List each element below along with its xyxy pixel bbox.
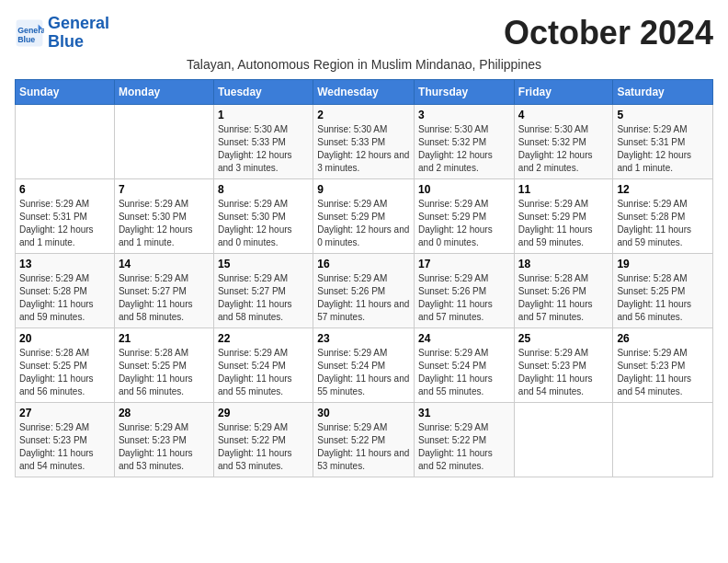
day-info: Sunrise: 5:28 AM Sunset: 5:26 PM Dayligh… [518,272,609,324]
calendar-cell: 15Sunrise: 5:29 AM Sunset: 5:27 PM Dayli… [213,253,313,327]
calendar-cell: 4Sunrise: 5:30 AM Sunset: 5:32 PM Daylig… [514,104,613,178]
svg-text:Blue: Blue [17,34,35,43]
calendar-cell: 21Sunrise: 5:28 AM Sunset: 5:25 PM Dayli… [114,327,213,402]
calendar-cell: 19Sunrise: 5:28 AM Sunset: 5:25 PM Dayli… [613,253,713,327]
col-header-thursday: Thursday [415,79,515,104]
day-number: 22 [218,332,309,345]
day-number: 18 [518,258,609,270]
day-number: 2 [317,109,410,121]
col-header-tuesday: Tuesday [213,79,313,104]
day-info: Sunrise: 5:29 AM Sunset: 5:29 PM Dayligh… [418,198,510,249]
location-title: Talayan, Autonomous Region in Muslim Min… [15,57,713,72]
day-info: Sunrise: 5:29 AM Sunset: 5:27 PM Dayligh… [119,272,210,324]
col-header-wednesday: Wednesday [313,79,415,104]
calendar-cell [514,402,613,477]
day-info: Sunrise: 5:29 AM Sunset: 5:22 PM Dayligh… [317,421,410,473]
day-number: 25 [518,332,609,345]
calendar-cell: 11Sunrise: 5:29 AM Sunset: 5:29 PM Dayli… [514,178,613,253]
day-number: 16 [317,258,410,270]
day-number: 8 [218,183,309,196]
day-info: Sunrise: 5:30 AM Sunset: 5:33 PM Dayligh… [317,123,410,175]
day-number: 13 [19,258,110,270]
day-number: 30 [317,407,410,419]
day-number: 14 [119,258,210,270]
day-info: Sunrise: 5:29 AM Sunset: 5:26 PM Dayligh… [418,272,510,324]
day-info: Sunrise: 5:29 AM Sunset: 5:28 PM Dayligh… [19,272,110,324]
day-info: Sunrise: 5:29 AM Sunset: 5:31 PM Dayligh… [19,198,110,249]
calendar-cell: 14Sunrise: 5:29 AM Sunset: 5:27 PM Dayli… [114,253,213,327]
calendar-cell: 9Sunrise: 5:29 AM Sunset: 5:29 PM Daylig… [313,178,415,253]
day-info: Sunrise: 5:29 AM Sunset: 5:23 PM Dayligh… [19,421,110,473]
col-header-friday: Friday [514,79,613,104]
day-number: 9 [317,183,410,196]
day-number: 29 [218,407,309,419]
day-number: 17 [418,258,510,270]
calendar-cell [613,402,713,477]
day-number: 11 [518,183,609,196]
day-info: Sunrise: 5:29 AM Sunset: 5:23 PM Dayligh… [119,421,210,473]
calendar-cell: 6Sunrise: 5:29 AM Sunset: 5:31 PM Daylig… [16,178,115,253]
calendar-cell: 1Sunrise: 5:30 AM Sunset: 5:33 PM Daylig… [213,104,313,178]
calendar-cell: 28Sunrise: 5:29 AM Sunset: 5:23 PM Dayli… [114,402,213,477]
day-info: Sunrise: 5:29 AM Sunset: 5:23 PM Dayligh… [518,347,609,398]
calendar-cell: 20Sunrise: 5:28 AM Sunset: 5:25 PM Dayli… [16,327,115,402]
day-number: 27 [19,407,110,419]
calendar-cell: 23Sunrise: 5:29 AM Sunset: 5:24 PM Dayli… [313,327,415,402]
day-info: Sunrise: 5:29 AM Sunset: 5:24 PM Dayligh… [218,347,309,398]
calendar-cell: 8Sunrise: 5:29 AM Sunset: 5:30 PM Daylig… [213,178,313,253]
calendar-cell: 25Sunrise: 5:29 AM Sunset: 5:23 PM Dayli… [514,327,613,402]
calendar-cell: 27Sunrise: 5:29 AM Sunset: 5:23 PM Dayli… [16,402,115,477]
calendar-cell: 24Sunrise: 5:29 AM Sunset: 5:24 PM Dayli… [415,327,515,402]
day-number: 21 [119,332,210,345]
calendar-table: SundayMondayTuesdayWednesdayThursdayFrid… [15,79,713,477]
day-number: 4 [518,109,609,121]
day-info: Sunrise: 5:29 AM Sunset: 5:22 PM Dayligh… [418,421,510,473]
calendar-cell: 7Sunrise: 5:29 AM Sunset: 5:30 PM Daylig… [114,178,213,253]
col-header-monday: Monday [114,79,213,104]
day-number: 20 [19,332,110,345]
calendar-cell: 16Sunrise: 5:29 AM Sunset: 5:26 PM Dayli… [313,253,415,327]
day-info: Sunrise: 5:29 AM Sunset: 5:28 PM Dayligh… [617,198,709,249]
day-info: Sunrise: 5:29 AM Sunset: 5:30 PM Dayligh… [119,198,210,249]
day-number: 15 [218,258,309,270]
logo: General Blue General Blue [15,15,109,52]
calendar-cell: 10Sunrise: 5:29 AM Sunset: 5:29 PM Dayli… [415,178,515,253]
calendar-cell [114,104,213,178]
day-number: 31 [418,407,510,419]
calendar-cell: 12Sunrise: 5:29 AM Sunset: 5:28 PM Dayli… [613,178,713,253]
day-number: 1 [218,109,309,121]
day-number: 12 [617,183,709,196]
day-info: Sunrise: 5:28 AM Sunset: 5:25 PM Dayligh… [617,272,709,324]
day-info: Sunrise: 5:30 AM Sunset: 5:33 PM Dayligh… [218,123,309,175]
day-info: Sunrise: 5:29 AM Sunset: 5:27 PM Dayligh… [218,272,309,324]
calendar-cell: 18Sunrise: 5:28 AM Sunset: 5:26 PM Dayli… [514,253,613,327]
day-info: Sunrise: 5:30 AM Sunset: 5:32 PM Dayligh… [518,123,609,175]
calendar-cell: 31Sunrise: 5:29 AM Sunset: 5:22 PM Dayli… [415,402,515,477]
logo-text: General Blue [48,15,109,52]
day-info: Sunrise: 5:29 AM Sunset: 5:24 PM Dayligh… [317,347,410,398]
calendar-cell: 30Sunrise: 5:29 AM Sunset: 5:22 PM Dayli… [313,402,415,477]
day-info: Sunrise: 5:30 AM Sunset: 5:32 PM Dayligh… [418,123,510,175]
day-number: 28 [119,407,210,419]
calendar-cell: 13Sunrise: 5:29 AM Sunset: 5:28 PM Dayli… [16,253,115,327]
day-number: 24 [418,332,510,345]
month-title: October 2024 [504,15,713,52]
calendar-cell: 26Sunrise: 5:29 AM Sunset: 5:23 PM Dayli… [613,327,713,402]
calendar-cell: 3Sunrise: 5:30 AM Sunset: 5:32 PM Daylig… [415,104,515,178]
day-number: 7 [119,183,210,196]
calendar-cell: 29Sunrise: 5:29 AM Sunset: 5:22 PM Dayli… [213,402,313,477]
day-info: Sunrise: 5:29 AM Sunset: 5:22 PM Dayligh… [218,421,309,473]
day-number: 26 [617,332,709,345]
day-info: Sunrise: 5:29 AM Sunset: 5:26 PM Dayligh… [317,272,410,324]
day-info: Sunrise: 5:29 AM Sunset: 5:29 PM Dayligh… [518,198,609,249]
calendar-cell [16,104,115,178]
calendar-cell: 22Sunrise: 5:29 AM Sunset: 5:24 PM Dayli… [213,327,313,402]
calendar-cell: 17Sunrise: 5:29 AM Sunset: 5:26 PM Dayli… [415,253,515,327]
day-info: Sunrise: 5:29 AM Sunset: 5:24 PM Dayligh… [418,347,510,398]
day-number: 5 [617,109,709,121]
day-info: Sunrise: 5:29 AM Sunset: 5:29 PM Dayligh… [317,198,410,249]
day-number: 10 [418,183,510,196]
day-number: 3 [418,109,510,121]
day-info: Sunrise: 5:28 AM Sunset: 5:25 PM Dayligh… [119,347,210,398]
day-info: Sunrise: 5:29 AM Sunset: 5:23 PM Dayligh… [617,347,709,398]
